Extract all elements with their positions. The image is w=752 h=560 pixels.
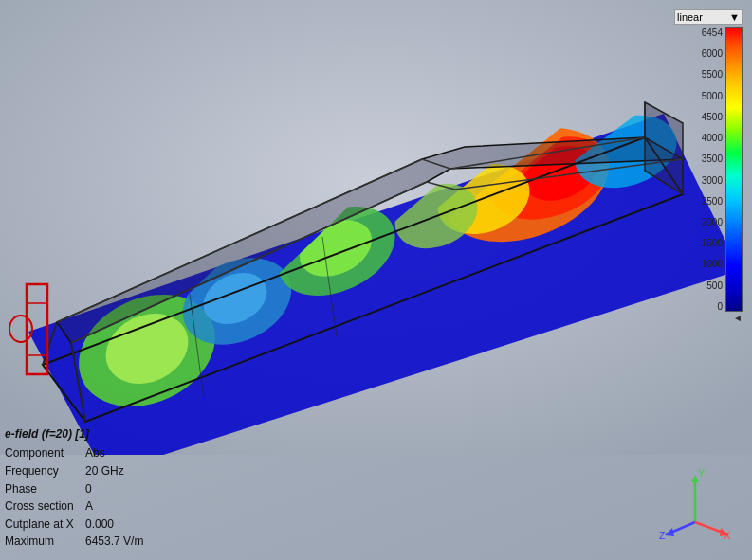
svg-text:Y: Y	[698, 467, 706, 479]
dropdown-arrow-icon[interactable]: ▼	[729, 11, 740, 23]
colorbar-scale-label: linear	[677, 11, 703, 23]
colorbar-scale-dropdown[interactable]: linear ▼	[674, 9, 743, 25]
3d-scene	[0, 0, 752, 455]
info-row-phase: Phase 0	[5, 480, 143, 498]
colorbar-labels: 6454 6000 5500 5000 4500 4000 3500 3000 …	[702, 27, 723, 312]
info-value-component: Abs	[85, 444, 105, 462]
colorbar-min-arrow: ◄	[733, 313, 743, 323]
colorbar-container: linear ▼ 6454 6000 5500 5000 4500 4000 3…	[667, 9, 743, 323]
info-value-crosssection: A	[85, 497, 93, 515]
info-label-cutplane: Cutplane at X	[5, 515, 85, 533]
info-value-frequency: 20 GHz	[85, 462, 124, 480]
info-row-cutplane: Cutplane at X 0.000	[5, 515, 143, 533]
svg-marker-32	[665, 528, 674, 536]
info-row-frequency: Frequency 20 GHz	[5, 462, 143, 480]
info-row-crosssection: Cross section A	[5, 497, 143, 515]
info-row-component: Component Abs	[5, 444, 143, 462]
viewport: linear ▼ 6454 6000 5500 5000 4500 4000 3…	[0, 0, 752, 560]
info-panel: e-field (f=20) [1] Component Abs Frequen…	[5, 425, 143, 551]
info-label-phase: Phase	[5, 480, 85, 498]
svg-text:Z: Z	[659, 530, 666, 541]
svg-text:X: X	[724, 530, 731, 541]
info-title: e-field (f=20) [1]	[5, 425, 143, 443]
info-label-component: Component	[5, 444, 85, 462]
info-value-phase: 0	[85, 480, 92, 498]
info-label-crosssection: Cross section	[5, 497, 85, 515]
info-row-maximum: Maximum 6453.7 V/m	[5, 533, 143, 551]
info-value-maximum: 6453.7 V/m	[85, 533, 143, 551]
axis-indicator: Y Z X	[657, 465, 733, 541]
colorbar-gradient	[725, 27, 743, 312]
info-label-maximum: Maximum	[5, 533, 85, 551]
info-value-cutplane: 0.000	[85, 515, 114, 533]
info-label-frequency: Frequency	[5, 462, 85, 480]
